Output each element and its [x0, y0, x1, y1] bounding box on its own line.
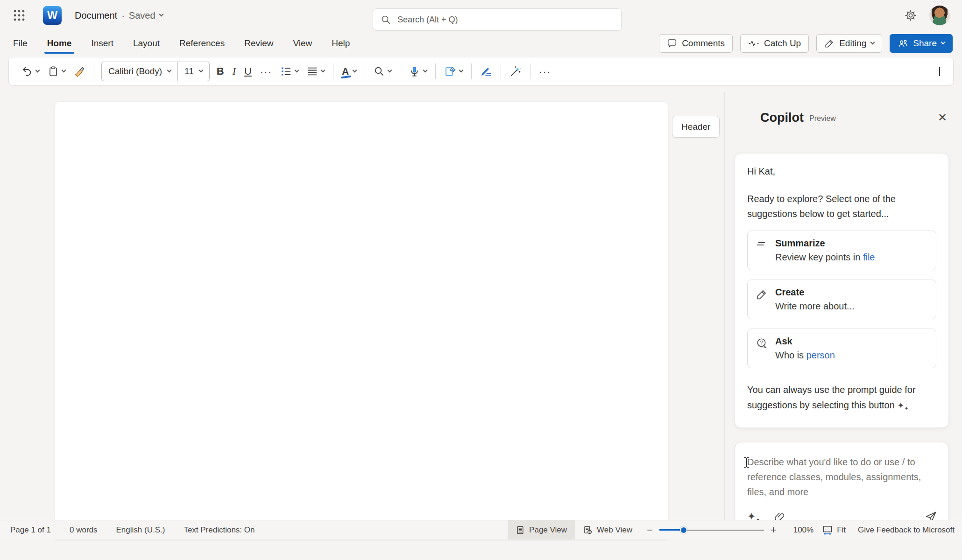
editor-pen-icon	[480, 65, 492, 77]
designer-button[interactable]	[440, 62, 467, 81]
zoom-out-button[interactable]: −	[640, 524, 659, 536]
copilot-prompt-input[interactable]: Describe what you'd like to do or use / …	[735, 442, 949, 531]
search-bar[interactable]	[373, 8, 622, 31]
paste-button[interactable]	[43, 62, 70, 81]
menu-insert[interactable]: Insert	[90, 32, 114, 55]
feedback-link[interactable]: Give Feedback to Microsoft	[858, 525, 962, 535]
italic-button[interactable]: I	[228, 62, 240, 81]
suggestion-body: Ask Who is person	[775, 336, 835, 361]
document-title: Document	[75, 10, 117, 21]
document-page[interactable]	[55, 102, 668, 539]
close-icon[interactable]: ✕	[936, 110, 949, 125]
dictate-button[interactable]	[404, 62, 431, 81]
comments-button[interactable]: Comments	[659, 34, 733, 53]
menu-view[interactable]: View	[292, 32, 313, 55]
search-input[interactable]	[397, 15, 614, 25]
person-link[interactable]: person	[806, 350, 835, 360]
web-view-button[interactable]: Web View	[575, 520, 640, 539]
search-icon	[381, 14, 391, 25]
bold-button[interactable]: B	[212, 62, 228, 81]
undo-button[interactable]	[17, 62, 43, 81]
more-commands-button[interactable]: ···	[535, 63, 555, 81]
prompt-guide-tip: You can always use the prompt guide for …	[747, 382, 936, 416]
font-name-dropdown[interactable]: Calibri (Body)	[102, 66, 177, 77]
find-magnifier-icon	[374, 66, 385, 77]
menu-home[interactable]: Home	[46, 32, 73, 55]
text-styles-button[interactable]: A	[338, 62, 361, 81]
share-button[interactable]: Share	[890, 34, 953, 53]
font-size-dropdown[interactable]: 11	[178, 66, 209, 77]
page-count[interactable]: Page 1 of 1	[10, 525, 51, 535]
ask-question-bubble-icon: ?	[756, 337, 768, 361]
desc-text: Write more about...	[775, 301, 855, 311]
menu-references[interactable]: References	[178, 32, 226, 55]
suggestion-summarize[interactable]: Summarize Review key points in file	[747, 231, 936, 270]
sparkle-large: ✦	[897, 401, 904, 410]
zoom-in-button[interactable]: +	[764, 524, 783, 536]
menu-help[interactable]: Help	[331, 32, 351, 55]
bullet-list-icon	[281, 66, 292, 77]
menu-items: File Home Insert Layout References Revie…	[12, 32, 351, 55]
menu-layout[interactable]: Layout	[132, 32, 161, 55]
status-right: Page View Web View − +	[508, 520, 962, 539]
menu-review[interactable]: Review	[243, 32, 274, 55]
chevron-down-icon	[62, 68, 66, 73]
slider-thumb[interactable]	[680, 526, 687, 534]
app-launcher-icon[interactable]	[11, 7, 27, 23]
word-app-icon[interactable]: W	[43, 6, 62, 25]
auto-rewrite-button[interactable]	[505, 62, 526, 81]
editor-button[interactable]	[476, 62, 496, 81]
word-count[interactable]: 0 words	[70, 525, 98, 535]
file-link[interactable]: file	[863, 252, 875, 262]
divider	[501, 63, 501, 79]
preview-badge: Preview	[809, 114, 836, 123]
format-painter-button[interactable]	[70, 62, 90, 81]
collapse-ribbon-button[interactable]	[934, 63, 945, 80]
editing-mode-button[interactable]: Editing	[816, 34, 882, 53]
underline-button[interactable]: U	[240, 62, 256, 81]
font-styling-icon: A	[342, 66, 350, 77]
divider	[435, 63, 436, 79]
status-left: Page 1 of 1 0 words English (U.S.) Text …	[0, 525, 255, 535]
suggestion-desc: Review key points in file	[775, 252, 875, 263]
menu-file[interactable]: File	[12, 32, 28, 55]
chevron-down-icon	[939, 67, 940, 76]
divider	[365, 63, 365, 79]
summarize-lines-icon	[756, 239, 768, 263]
people-icon	[898, 38, 908, 49]
pencil-icon	[824, 38, 835, 49]
fit-to-width-button[interactable]: Fit	[822, 525, 858, 535]
document-title-group[interactable]: Document · Saved	[75, 10, 163, 21]
web-view-label: Web View	[597, 525, 632, 535]
suggestion-ask[interactable]: ? Ask Who is person	[747, 329, 936, 368]
page-view-button[interactable]: Page View	[508, 520, 575, 539]
user-avatar[interactable]	[929, 5, 950, 26]
more-font-options-button[interactable]: ···	[256, 63, 276, 81]
chevron-down-icon	[870, 40, 875, 45]
divider	[333, 63, 333, 79]
suggestion-desc: Write more about...	[775, 301, 855, 312]
copilot-header: Copilot Preview ✕	[725, 92, 962, 126]
bullet-list-button[interactable]	[276, 62, 303, 81]
suggestion-body: Summarize Review key points in file	[775, 238, 875, 263]
main-area: Header Copilot Pre	[0, 92, 962, 539]
copilot-title: Copilot	[760, 111, 804, 125]
magic-wand-icon	[509, 65, 522, 77]
font-combo: Calibri (Body) 11	[101, 62, 210, 81]
suggestion-create[interactable]: Create Write more about...	[747, 280, 936, 319]
find-button[interactable]	[369, 62, 396, 81]
clipboard-icon	[48, 66, 59, 77]
header-section-tab[interactable]: Header	[672, 116, 720, 138]
text-predictions-toggle[interactable]: Text Predictions: On	[184, 525, 255, 535]
top-right-controls	[904, 5, 950, 26]
zoom-slider[interactable]	[659, 526, 764, 534]
language-selector[interactable]: English (U.S.)	[116, 525, 165, 535]
ribbon-toolbar: Calibri (Body) 11 B I U ···	[8, 57, 954, 86]
zoom-level[interactable]: 100%	[783, 525, 822, 535]
document-actions: Comments Catch Up Editing	[659, 34, 953, 53]
settings-gear-icon[interactable]	[904, 9, 917, 22]
catch-up-button[interactable]: Catch Up	[740, 34, 809, 53]
chevron-down-icon	[353, 68, 357, 73]
chevron-down-icon	[423, 68, 428, 73]
align-justify-button[interactable]	[303, 62, 329, 81]
